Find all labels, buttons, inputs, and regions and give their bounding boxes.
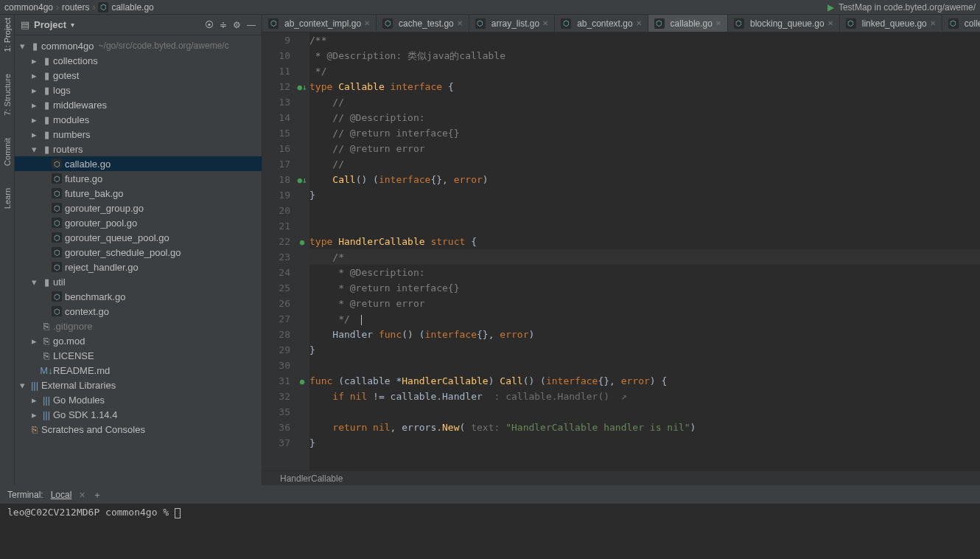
tree-item[interactable]: ⎘LICENSE xyxy=(15,348,262,363)
tree-item[interactable]: future.go xyxy=(15,171,262,186)
code-line[interactable]: Handler func() (interface{}, error) xyxy=(309,327,980,342)
line-number[interactable]: 29 xyxy=(262,342,290,358)
code-line[interactable] xyxy=(309,218,980,234)
editor-tab[interactable]: ab_context.go✕ xyxy=(555,15,648,32)
line-number[interactable]: 20 xyxy=(262,203,290,218)
line-number[interactable]: 28 xyxy=(262,327,290,342)
terminal-body[interactable]: leo@C02CV212MD6P common4go % xyxy=(0,504,980,559)
line-number[interactable]: 27 xyxy=(262,311,290,327)
tree-item[interactable]: reject_handler.go xyxy=(15,260,262,274)
code-line[interactable] xyxy=(309,358,980,373)
editor-tab[interactable]: cache_test.go✕ xyxy=(377,15,469,32)
line-number[interactable]: 30 xyxy=(262,358,290,373)
line-number[interactable]: 26 xyxy=(262,296,290,311)
tree-item[interactable]: future_bak.go xyxy=(15,186,262,201)
close-icon[interactable]: ✕ xyxy=(364,19,370,27)
close-icon[interactable]: ✕ xyxy=(827,19,833,27)
line-number[interactable]: 25 xyxy=(262,280,290,296)
tree-item[interactable]: ⎘.gitignore xyxy=(15,319,262,333)
run-config-label[interactable]: TestMap in code.byted.org/aweme/ xyxy=(839,2,976,13)
close-icon[interactable]: ✕ xyxy=(930,19,936,27)
tree-item[interactable]: ▾|||External Libraries xyxy=(15,378,262,392)
code-line[interactable]: * @return error xyxy=(309,296,980,311)
tree-item[interactable]: ⎘Scratches and Consoles xyxy=(15,422,262,437)
line-number[interactable]: 19 xyxy=(262,187,290,203)
line-number[interactable]: 36 xyxy=(262,420,290,435)
tree-item[interactable]: ▸▮collections xyxy=(15,53,262,68)
tree-arrow-icon[interactable]: ▸ xyxy=(28,70,40,81)
code-line[interactable]: // @return interface{} xyxy=(309,125,980,141)
tree-item[interactable]: gorouter_group.go xyxy=(15,201,262,215)
tree-item[interactable]: ▸▮numbers xyxy=(15,127,262,142)
tree-item[interactable]: ▸|||Go Modules xyxy=(15,392,262,407)
line-number[interactable]: 31 xyxy=(262,373,290,389)
project-tree[interactable]: ▾▮common4go~/go/src/code.byted.org/aweme… xyxy=(15,35,262,485)
breadcrumb-file[interactable]: callable.go xyxy=(111,2,153,13)
gutter-mark-icon[interactable]: ● xyxy=(300,237,305,247)
close-icon[interactable]: ✕ xyxy=(715,19,721,27)
tree-arrow-icon[interactable]: ▸ xyxy=(28,336,40,347)
tree-item[interactable]: ▸▮middlewares xyxy=(15,97,262,112)
project-title[interactable]: Project xyxy=(34,19,66,30)
code-line[interactable]: * @Description: 类似java的callable xyxy=(309,48,980,63)
code-line[interactable]: // @return error xyxy=(309,141,980,156)
line-number[interactable]: 18 xyxy=(262,172,290,187)
tree-item[interactable]: ▸▮logs xyxy=(15,83,262,97)
tree-item[interactable]: ▾▮routers xyxy=(15,142,262,156)
gutter-mark-icon[interactable]: ●↓ xyxy=(297,83,307,92)
breadcrumb-root[interactable]: common4go xyxy=(4,2,53,13)
line-number[interactable]: 22 xyxy=(262,234,290,249)
editor-tab[interactable]: blocking_queue.go✕ xyxy=(728,15,840,32)
line-number[interactable]: 35 xyxy=(262,404,290,420)
tree-arrow-icon[interactable]: ▸ xyxy=(28,395,40,406)
line-number[interactable]: 21 xyxy=(262,218,290,234)
line-number[interactable]: 15 xyxy=(262,125,290,141)
tree-item[interactable]: gorouter_pool.go xyxy=(15,215,262,230)
breadcrumb-folder[interactable]: routers xyxy=(62,2,89,13)
code-line[interactable]: type HandlerCallable struct { xyxy=(309,234,980,249)
tree-item[interactable]: ▾▮common4go~/go/src/code.byted.org/aweme… xyxy=(15,38,262,53)
tool-structure[interactable]: 7: Structure xyxy=(3,74,12,116)
line-number[interactable]: 17 xyxy=(262,156,290,172)
tree-item[interactable]: ▾▮util xyxy=(15,274,262,289)
code-line[interactable]: // xyxy=(309,156,980,172)
hide-icon[interactable]: — xyxy=(247,20,256,30)
code-line[interactable]: if nil != callable.Handler : callable.Ha… xyxy=(309,389,980,404)
line-number[interactable]: 9 xyxy=(262,32,290,48)
code-line[interactable]: * @return interface{} xyxy=(309,280,980,296)
editor-tabs[interactable]: ab_context_impl.go✕cache_test.go✕array_l… xyxy=(262,15,980,32)
code-area[interactable]: /** * @Description: 类似java的callable */ty… xyxy=(309,32,980,471)
editor-tab[interactable]: callable.go✕ xyxy=(648,15,728,32)
line-number[interactable]: 14 xyxy=(262,110,290,125)
code-line[interactable]: // xyxy=(309,94,980,110)
tree-item[interactable]: ▸⎘go.mod xyxy=(15,333,262,348)
code-line[interactable]: } xyxy=(309,435,980,451)
code-line[interactable]: } xyxy=(309,342,980,358)
tree-arrow-icon[interactable]: ▸ xyxy=(28,409,40,420)
code-line[interactable]: func (callable *HandlerCallable) Call() … xyxy=(309,373,980,389)
tree-arrow-icon[interactable]: ▾ xyxy=(28,277,40,288)
line-number[interactable]: 13 xyxy=(262,94,290,110)
tree-item[interactable]: gorouter_schedule_pool.go xyxy=(15,245,262,260)
terminal-tab-local[interactable]: Local xyxy=(51,490,72,500)
tree-item[interactable]: gorouter_queue_pool.go xyxy=(15,230,262,245)
tool-project[interactable]: 1: Project xyxy=(3,18,12,52)
tree-arrow-icon[interactable]: ▾ xyxy=(28,144,40,155)
close-icon[interactable]: ✕ xyxy=(79,490,85,500)
line-number[interactable]: 37 xyxy=(262,435,290,451)
run-config-icon[interactable]: ▶ xyxy=(827,2,834,13)
gutter-mark-icon[interactable]: ●↓ xyxy=(297,176,307,185)
line-number[interactable]: 24 xyxy=(262,265,290,280)
tree-item[interactable]: callable.go xyxy=(15,156,262,171)
tree-item[interactable]: context.go xyxy=(15,304,262,319)
tool-learn[interactable]: Learn xyxy=(3,188,12,209)
code-line[interactable]: /** xyxy=(309,32,980,48)
close-icon[interactable]: ✕ xyxy=(542,19,548,27)
chevron-down-icon[interactable]: ▾ xyxy=(71,21,74,29)
code-line[interactable]: type Callable interface { xyxy=(309,79,980,94)
code-line[interactable]: /* xyxy=(309,249,980,265)
close-icon[interactable]: ✕ xyxy=(636,19,642,27)
code-line[interactable] xyxy=(309,203,980,218)
tree-arrow-icon[interactable]: ▸ xyxy=(28,55,40,66)
code-line[interactable]: */ xyxy=(309,63,980,79)
